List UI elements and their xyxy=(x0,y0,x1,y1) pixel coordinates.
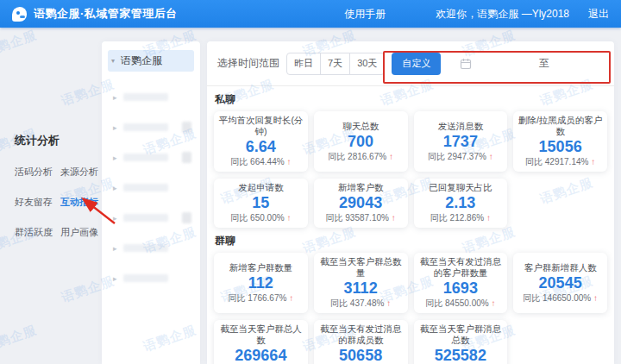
metric-card: 截至当天客户群消息总数525582同比 3091558.82% ↑ xyxy=(414,320,508,364)
yoy-text: 同比 93587.10% xyxy=(326,213,389,223)
metric-sections: 私聊平均首次回复时长(分钟)6.64同比 664.44% ↑聊天总数700同比 … xyxy=(207,93,614,364)
caret-right-icon: ▸ xyxy=(113,184,117,192)
redacted-label xyxy=(123,154,168,161)
metric-card: 发送消息数1737同比 2947.37% ↑ xyxy=(414,111,508,172)
metric-yoy: 同比 664.44% ↑ xyxy=(217,156,304,167)
start-date-input[interactable] xyxy=(451,53,539,75)
metric-card: 聊天总数700同比 2816.67% ↑ xyxy=(314,111,408,172)
trend-up-icon: ↑ xyxy=(389,152,393,161)
metric-value: 269664 xyxy=(217,347,304,364)
metric-label: 发送消息数 xyxy=(417,121,505,132)
yoy-text: 同比 650.00% xyxy=(230,213,284,223)
date-range-label: 选择时间范围 xyxy=(217,56,279,71)
redacted-label xyxy=(123,123,168,131)
metric-label: 发起申请数 xyxy=(217,182,304,193)
tree-item-redacted[interactable]: ▸ xyxy=(102,173,200,203)
range-button-7days[interactable]: 7天 xyxy=(320,53,350,75)
yoy-text: 同比 42917.14% xyxy=(525,157,588,166)
metric-yoy: 同比 2816.67% ↑ xyxy=(317,151,405,162)
metric-value: 50658 xyxy=(317,347,405,364)
metric-yoy: 同比 650.00% ↑ xyxy=(217,212,304,223)
main-panel: 选择时间范围 昨日7天30天 自定义 至 私聊平均首次回复时长(分钟)6.64同… xyxy=(207,41,614,364)
metric-value: 3112 xyxy=(317,279,405,298)
metric-card-row: 平均首次回复时长(分钟)6.64同比 664.44% ↑聊天总数700同比 28… xyxy=(214,111,607,172)
blurred-icon xyxy=(182,122,191,133)
metric-card-row: 发起申请数15同比 650.00% ↑新增客户数29043同比 93587.10… xyxy=(214,179,607,228)
logout-button[interactable]: 退出 xyxy=(588,7,609,22)
redacted-label xyxy=(123,244,168,252)
redacted-label xyxy=(123,274,168,282)
tree-item-redacted[interactable]: ▸ xyxy=(102,263,200,293)
caret-right-icon: ▸ xyxy=(113,214,117,223)
tree-item-redacted[interactable]: ▸ xyxy=(102,233,200,263)
trend-up-icon: ↑ xyxy=(386,298,391,308)
tree-item-redacted[interactable]: ▸ xyxy=(102,203,200,233)
nav-section-title: 统计分析 xyxy=(15,133,102,148)
left-nav: 统计分析 活码分析来源分析好友留存互动指标群活跃度用户画像 xyxy=(0,28,102,364)
metric-label: 截至当天客户群总数量 xyxy=(317,256,405,279)
sidebar-item-group-activity[interactable]: 群活跃度 xyxy=(15,226,53,239)
yoy-text: 同比 1766.67% xyxy=(229,293,287,303)
app-header: 语鹦企服·私域管家管理后台 使用手册 欢迎你，语鹦企服 —Yly2018 退出 xyxy=(0,0,621,28)
metric-label: 新增客户数 xyxy=(317,182,405,193)
metric-label: 删除/拉黑成员的客户数 xyxy=(517,115,604,137)
yoy-text: 同比 146650.00% xyxy=(523,293,591,303)
metric-card: 平均首次回复时长(分钟)6.64同比 664.44% ↑ xyxy=(214,111,308,172)
tree-item-redacted[interactable]: ▸ xyxy=(102,112,200,142)
sidebar-item-user-portrait[interactable]: 用户画像 xyxy=(60,226,98,239)
trend-up-icon: ↑ xyxy=(593,293,598,303)
metric-value: 112 xyxy=(217,274,304,292)
metric-card: 新增客户数29043同比 93587.10% ↑ xyxy=(314,179,408,228)
trend-up-icon: ↑ xyxy=(489,152,493,161)
sidebar-item-live-code-analysis[interactable]: 活码分析 xyxy=(15,166,53,179)
metric-value: 1693 xyxy=(417,279,505,298)
metric-value: 6.64 xyxy=(217,138,304,156)
metric-label: 已回复聊天占比 xyxy=(417,182,505,193)
sidebar-item-friend-retention[interactable]: 好友留存 xyxy=(15,196,53,209)
yoy-text: 同比 2947.37% xyxy=(428,152,486,161)
metric-card: 删除/拉黑成员的客户数15056同比 42917.14% ↑ xyxy=(513,111,607,172)
yoy-text: 同比 212.86% xyxy=(430,213,484,223)
metric-card: 新增客户群数量112同比 1766.67% ↑ xyxy=(214,253,308,313)
sidebar-item-source-analysis[interactable]: 来源分析 xyxy=(60,166,98,179)
range-button-30days[interactable]: 30天 xyxy=(349,53,385,75)
metric-label: 新增客户群数量 xyxy=(217,262,304,273)
metric-card-row: 截至当天客户群总人数269664同比 19526.20% ↑截至当天有发过消息的… xyxy=(214,320,607,364)
tree-root-item[interactable]: ▾ 语鹦企服 xyxy=(108,50,194,72)
caret-right-icon: ▸ xyxy=(113,123,117,132)
caret-right-icon: ▸ xyxy=(113,93,117,102)
trend-up-icon: ↑ xyxy=(392,213,396,223)
metric-value: 525582 xyxy=(417,347,505,364)
redacted-label xyxy=(123,93,168,101)
app-title: 语鹦企服·私域管家管理后台 xyxy=(34,6,178,22)
sidebar-item-interaction-metrics[interactable]: 互动指标 xyxy=(60,196,98,209)
metric-card: 截至当天有发过消息的群成员数50658同比 844200.00% ↑ xyxy=(314,320,408,364)
welcome-text: 欢迎你，语鹦企服 —Yly2018 xyxy=(436,7,569,22)
end-date-input[interactable] xyxy=(549,53,604,75)
calendar-icon xyxy=(460,58,472,70)
metric-value: 15 xyxy=(217,194,304,212)
redacted-label xyxy=(123,184,168,191)
metric-yoy: 同比 437.48% ↑ xyxy=(317,298,405,309)
header-right: 使用手册 欢迎你，语鹦企服 —Yly2018 退出 xyxy=(344,7,609,22)
trend-up-icon: ↑ xyxy=(591,157,595,166)
metric-yoy: 同比 146650.00% ↑ xyxy=(517,292,604,304)
metric-card: 截至当天客户群总人数269664同比 19526.20% ↑ xyxy=(214,320,308,364)
metric-label: 截至当天客户群总人数 xyxy=(217,323,304,346)
trend-up-icon: ↑ xyxy=(289,293,293,303)
manual-link[interactable]: 使用手册 xyxy=(344,7,386,22)
metric-label: 截至当天客户群消息总数 xyxy=(417,323,505,346)
metric-card-row: 新增客户群数量112同比 1766.67% ↑截至当天客户群总数量3112同比 … xyxy=(214,253,607,313)
tree-item-redacted[interactable]: ▸ xyxy=(102,142,200,173)
tree-item-redacted[interactable]: ▸ xyxy=(102,82,200,112)
trend-up-icon: ↑ xyxy=(486,213,491,223)
yoy-text: 同比 437.48% xyxy=(330,298,384,308)
metric-yoy: 同比 42917.14% ↑ xyxy=(517,156,604,167)
range-button-custom[interactable]: 自定义 xyxy=(392,53,441,75)
trend-up-icon: ↑ xyxy=(491,298,495,308)
range-button-yesterday[interactable]: 昨日 xyxy=(286,53,321,75)
section-private-chat: 私聊平均首次回复时长(分钟)6.64同比 664.44% ↑聊天总数700同比 … xyxy=(214,93,607,228)
caret-right-icon: ▸ xyxy=(113,244,117,253)
tree-items: ▸▸▸▸▸▸▸ xyxy=(102,82,200,293)
range-button-group: 昨日7天30天 xyxy=(286,53,385,75)
